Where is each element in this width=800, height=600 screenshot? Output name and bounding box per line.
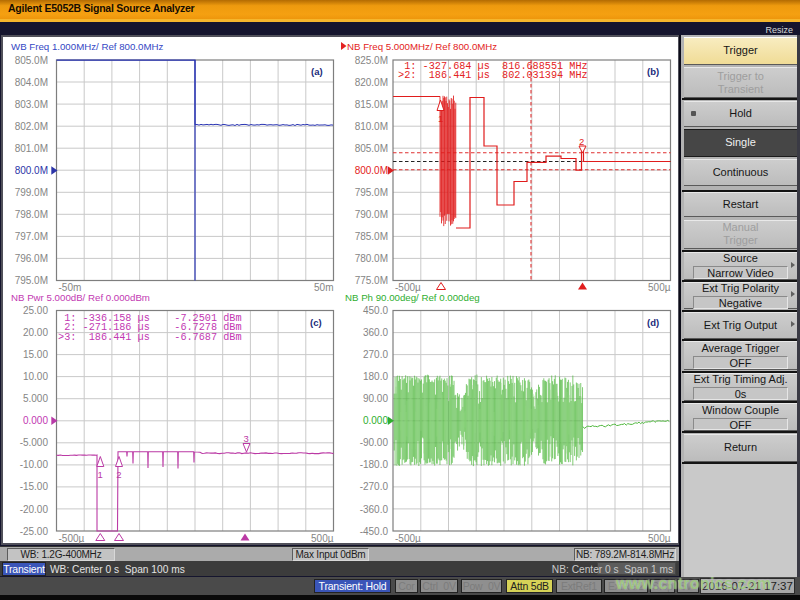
svg-text:-25.00: -25.00 xyxy=(20,526,49,537)
svg-text:NB Ph 90.00deg/ Ref 0.000deg: NB Ph 90.00deg/ Ref 0.000deg xyxy=(345,292,480,303)
svg-text:797.0M: 797.0M xyxy=(15,231,48,242)
svg-text:270.0: 270.0 xyxy=(363,349,388,360)
svg-text:(d): (d) xyxy=(647,317,659,328)
svg-text:90.00: 90.00 xyxy=(363,393,388,404)
svg-text:5.000: 5.000 xyxy=(23,393,48,404)
svg-text:-10.00: -10.00 xyxy=(20,459,49,470)
svg-text:796.0M: 796.0M xyxy=(15,253,48,264)
svg-text:10.00: 10.00 xyxy=(23,371,48,382)
svg-text:780.0M: 780.0M xyxy=(355,253,388,264)
svg-text:-360.0: -360.0 xyxy=(360,504,389,515)
svg-text:805.0M: 805.0M xyxy=(355,143,388,154)
svg-text:20.00: 20.00 xyxy=(23,327,48,338)
svg-text:360.0: 360.0 xyxy=(363,327,388,338)
svg-text:2: 2 xyxy=(116,469,121,480)
svg-text:3: 3 xyxy=(244,433,249,444)
svg-text:-500µ: -500µ xyxy=(59,533,85,544)
svg-text:-180.0: -180.0 xyxy=(360,459,389,470)
svg-text:(a): (a) xyxy=(311,66,323,77)
svg-text:-15.00: -15.00 xyxy=(20,481,49,492)
svg-text:803.0M: 803.0M xyxy=(15,99,48,110)
svg-text:810.0M: 810.0M xyxy=(355,121,388,132)
svg-text:450.0: 450.0 xyxy=(363,305,388,316)
svg-text:802.0M: 802.0M xyxy=(15,121,48,132)
svg-text:-270.0: -270.0 xyxy=(360,481,389,492)
svg-text:0.000: 0.000 xyxy=(23,415,48,426)
svg-text:785.0M: 785.0M xyxy=(355,231,388,242)
svg-text:820.0M: 820.0M xyxy=(355,77,388,88)
svg-text:825.0M: 825.0M xyxy=(355,55,388,66)
svg-text:1: 1 xyxy=(98,469,103,480)
svg-text:0.000: 0.000 xyxy=(363,415,388,426)
svg-text:799.0M: 799.0M xyxy=(15,187,48,198)
svg-text:-500µ: -500µ xyxy=(395,533,421,544)
svg-text:795.0M: 795.0M xyxy=(15,275,48,286)
svg-text:798.0M: 798.0M xyxy=(15,209,48,220)
svg-text:2: 2 xyxy=(579,136,584,147)
svg-text:1: 1 xyxy=(438,113,443,124)
svg-text:-450.0: -450.0 xyxy=(360,526,389,537)
svg-text:>2: 186.441 µs 802.031394 MH: >2: 186.441 µs 802.031394 MHz xyxy=(392,70,588,81)
svg-text:(b): (b) xyxy=(647,66,659,77)
svg-text:-5.000: -5.000 xyxy=(20,437,49,448)
svg-text:NB Pwr 5.000dB/ Ref 0.000dBm: NB Pwr 5.000dB/ Ref 0.000dBm xyxy=(11,292,150,303)
svg-text:801.0M: 801.0M xyxy=(15,143,48,154)
svg-text:795.0M: 795.0M xyxy=(355,187,388,198)
svg-text:NB Freq 5.000MHz/ Ref 800.0MHz: NB Freq 5.000MHz/ Ref 800.0MHz xyxy=(347,41,497,52)
svg-text:500µ: 500µ xyxy=(648,282,671,293)
svg-text:805.0M: 805.0M xyxy=(15,55,48,66)
svg-text:815.0M: 815.0M xyxy=(355,99,388,110)
svg-text:15.00: 15.00 xyxy=(23,349,48,360)
svg-text:-90.00: -90.00 xyxy=(360,437,389,448)
svg-text:>3: 186.441 µs -6.7687 dBm: >3: 186.441 µs -6.7687 dBm xyxy=(52,332,242,343)
svg-text:500µ: 500µ xyxy=(648,533,671,544)
svg-text:25.00: 25.00 xyxy=(23,305,48,316)
svg-text:WB Freq 1.000MHz/ Ref 800.0MHz: WB Freq 1.000MHz/ Ref 800.0MHz xyxy=(11,41,164,52)
svg-text:775.0M: 775.0M xyxy=(355,275,388,286)
svg-text:(c): (c) xyxy=(310,317,322,328)
svg-text:-20.00: -20.00 xyxy=(20,504,49,515)
svg-text:180.0: 180.0 xyxy=(363,371,388,382)
svg-text:500µ: 500µ xyxy=(311,533,334,544)
svg-text:50m: 50m xyxy=(314,282,333,293)
svg-text:800.0M: 800.0M xyxy=(15,165,48,176)
svg-text:804.0M: 804.0M xyxy=(15,77,48,88)
svg-text:800.0M: 800.0M xyxy=(355,165,388,176)
svg-text:790.0M: 790.0M xyxy=(355,209,388,220)
